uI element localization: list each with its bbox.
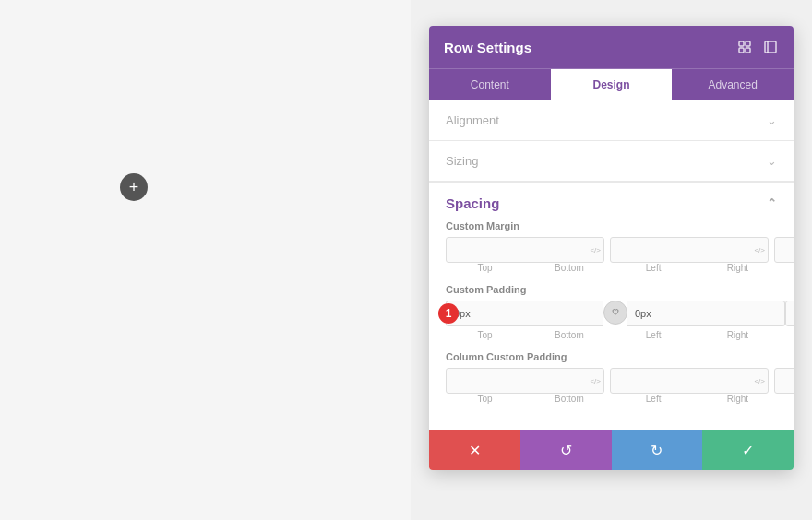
custom-padding-labels: Top Bottom Left Right <box>446 330 777 340</box>
col-padding-left-input[interactable] <box>774 368 794 394</box>
tab-design[interactable]: Design <box>551 69 673 100</box>
custom-margin-labels: Top Bottom Left Right <box>446 263 777 273</box>
alignment-chevron-icon: ⌄ <box>767 113 777 127</box>
alignment-section: Alignment ⌄ <box>429 100 794 141</box>
col-padding-top-link-icon[interactable]: </> <box>590 377 601 385</box>
panel-footer: ✕ ↺ ↻ ✓ <box>429 430 794 470</box>
spacing-chevron-up-icon: ⌃ <box>767 196 777 210</box>
margin-bottom-label: Bottom <box>530 263 608 273</box>
tab-content[interactable]: Content <box>429 69 551 100</box>
col-padding-right-label: Right <box>699 394 777 404</box>
col-padding-top-label: Top <box>446 394 524 404</box>
spacing-section-body: Spacing ⌃ Custom Margin </> <box>429 183 794 430</box>
column-custom-padding-group: Column Custom Padding </> </> <box>446 351 777 404</box>
sizing-section: Sizing ⌄ <box>429 141 794 182</box>
padding-left-input[interactable] <box>785 301 794 326</box>
expand-icon[interactable] <box>762 39 779 55</box>
svg-rect-4 <box>765 41 776 53</box>
padding-right-label: Right <box>699 330 777 340</box>
canvas-area: + <box>0 0 411 520</box>
margin-bottom-field: </> <box>610 237 769 263</box>
margin-top-input[interactable] <box>446 237 604 263</box>
custom-margin-inputs-row: </> </> </> <box>446 237 777 263</box>
padding-bottom-input[interactable] <box>627 301 785 326</box>
alignment-label: Alignment <box>446 113 499 127</box>
tabs-bar: Content Design Advanced <box>429 68 794 100</box>
margin-bottom-input[interactable] <box>610 237 769 263</box>
svg-rect-3 <box>746 48 750 53</box>
cancel-button[interactable]: ✕ <box>429 430 520 470</box>
col-padding-top-input[interactable] <box>446 368 604 394</box>
padding-link-icon[interactable] <box>603 301 627 325</box>
margin-top-link-icon[interactable]: </> <box>590 246 601 254</box>
margin-left-field: </> <box>774 237 794 263</box>
custom-margin-label: Custom Margin <box>446 220 777 231</box>
sizing-label: Sizing <box>446 154 478 168</box>
margin-left-input[interactable] <box>774 237 794 263</box>
spacing-section-header[interactable]: Spacing ⌃ <box>446 183 777 220</box>
column-padding-inputs-row: </> </> </> <box>446 368 777 394</box>
custom-padding-label: Custom Padding <box>446 284 777 295</box>
save-button[interactable]: ✓ <box>702 430 794 470</box>
panel-header: Row Settings <box>429 26 794 68</box>
padding-top-input[interactable] <box>446 301 603 326</box>
col-padding-left-field: </> <box>774 368 794 394</box>
tab-advanced[interactable]: Advanced <box>672 69 794 100</box>
redo-button[interactable]: ↻ <box>612 430 703 470</box>
col-padding-bottom-input[interactable] <box>610 368 769 394</box>
header-icons <box>736 39 779 55</box>
svg-rect-1 <box>746 41 750 46</box>
col-padding-bottom-link-icon[interactable]: </> <box>754 377 765 385</box>
panel-body: Alignment ⌄ Sizing ⌄ Spacing ⌃ Custom Ma… <box>429 100 794 430</box>
column-padding-label: Column Custom Padding <box>446 351 777 362</box>
sizing-section-header[interactable]: Sizing ⌄ <box>429 141 794 181</box>
sizing-chevron-icon: ⌄ <box>767 154 777 168</box>
col-padding-bottom-field: </> <box>610 368 769 394</box>
margin-left-label: Left <box>615 263 693 273</box>
alignment-section-header[interactable]: Alignment ⌄ <box>429 100 794 140</box>
margin-right-label: Right <box>699 263 777 273</box>
margin-top-field: </> <box>446 237 604 263</box>
row-settings-panel: Row Settings Content De <box>429 26 794 470</box>
col-padding-top-field: </> <box>446 368 604 394</box>
svg-rect-2 <box>739 48 744 53</box>
padding-bottom-label: Bottom <box>530 330 608 340</box>
custom-margin-group: Custom Margin </> </> <box>446 220 777 273</box>
margin-bottom-link-icon[interactable]: </> <box>754 246 765 254</box>
custom-padding-group: Custom Padding 1 <box>446 284 777 340</box>
resize-icon[interactable] <box>736 39 753 55</box>
panel-title: Row Settings <box>444 40 531 55</box>
col-padding-left-label: Left <box>615 394 693 404</box>
svg-rect-0 <box>739 41 744 46</box>
column-padding-labels: Top Bottom Left Right <box>446 394 777 404</box>
spacing-section: Spacing ⌃ Custom Margin </> <box>429 182 794 430</box>
padding-top-label: Top <box>446 330 524 340</box>
add-row-button[interactable]: + <box>120 173 148 201</box>
spacing-title-text: Spacing <box>446 195 499 211</box>
margin-top-label: Top <box>446 263 524 273</box>
col-padding-bottom-label: Bottom <box>530 394 608 404</box>
padding-left-label: Left <box>615 330 693 340</box>
step-1-badge: 1 <box>438 303 459 324</box>
reset-button[interactable]: ↺ <box>520 430 612 470</box>
